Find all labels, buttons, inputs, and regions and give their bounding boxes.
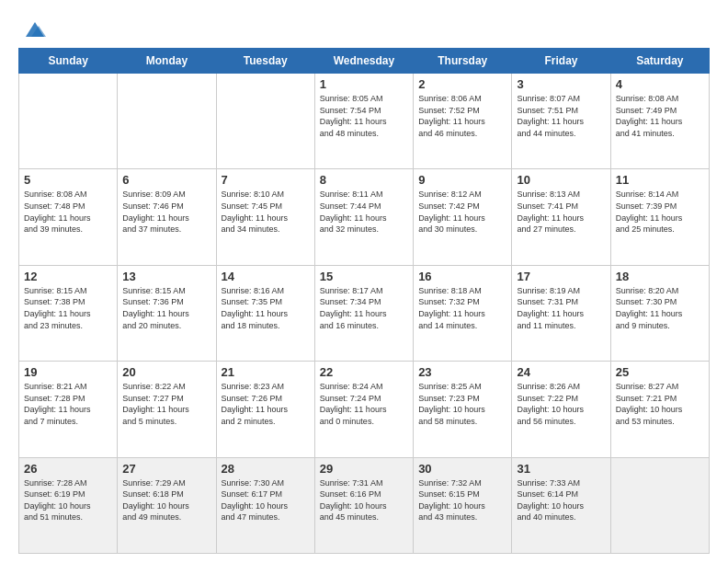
- calendar-cell: 10Sunrise: 8:13 AM Sunset: 7:41 PM Dayli…: [512, 169, 610, 265]
- day-info: Sunrise: 8:12 AM Sunset: 7:42 PM Dayligh…: [418, 189, 506, 235]
- day-number: 3: [517, 77, 605, 91]
- day-number: 18: [616, 270, 704, 283]
- calendar-cell: 4Sunrise: 8:08 AM Sunset: 7:49 PM Daylig…: [610, 74, 709, 169]
- day-info: Sunrise: 8:21 AM Sunset: 7:28 PM Dayligh…: [24, 381, 112, 427]
- day-info: Sunrise: 8:07 AM Sunset: 7:51 PM Dayligh…: [517, 93, 605, 139]
- calendar-cell: 9Sunrise: 8:12 AM Sunset: 7:42 PM Daylig…: [414, 169, 512, 265]
- day-number: 29: [320, 462, 408, 476]
- day-info: Sunrise: 8:13 AM Sunset: 7:41 PM Dayligh…: [517, 189, 605, 235]
- calendar-cell: [19, 74, 118, 169]
- calendar-cell: 3Sunrise: 8:07 AM Sunset: 7:51 PM Daylig…: [512, 74, 610, 169]
- calendar-cell: 6Sunrise: 8:09 AM Sunset: 7:46 PM Daylig…: [118, 169, 216, 265]
- calendar-cell: 7Sunrise: 8:10 AM Sunset: 7:45 PM Daylig…: [216, 169, 314, 265]
- day-info: Sunrise: 8:06 AM Sunset: 7:52 PM Dayligh…: [418, 93, 506, 139]
- day-info: Sunrise: 8:26 AM Sunset: 7:22 PM Dayligh…: [517, 381, 605, 427]
- day-info: Sunrise: 8:25 AM Sunset: 7:23 PM Dayligh…: [418, 381, 506, 427]
- calendar-cell: 23Sunrise: 8:25 AM Sunset: 7:23 PM Dayli…: [414, 362, 512, 457]
- calendar-cell: [610, 457, 709, 553]
- page: SundayMondayTuesdayWednesdayThursdayFrid…: [0, 0, 728, 563]
- day-info: Sunrise: 8:27 AM Sunset: 7:21 PM Dayligh…: [616, 381, 704, 427]
- weekday-header-friday: Friday: [512, 49, 610, 74]
- calendar-cell: 22Sunrise: 8:24 AM Sunset: 7:24 PM Dayli…: [314, 362, 413, 457]
- calendar-cell: 21Sunrise: 8:23 AM Sunset: 7:26 PM Dayli…: [216, 362, 314, 457]
- day-number: 12: [24, 270, 112, 283]
- calendar-cell: 8Sunrise: 8:11 AM Sunset: 7:44 PM Daylig…: [314, 169, 413, 265]
- day-number: 28: [222, 462, 310, 476]
- calendar-cell: [216, 74, 314, 169]
- day-number: 13: [122, 270, 210, 283]
- calendar-cell: 16Sunrise: 8:18 AM Sunset: 7:32 PM Dayli…: [414, 265, 512, 361]
- day-info: Sunrise: 8:15 AM Sunset: 7:36 PM Dayligh…: [122, 285, 210, 331]
- day-number: 24: [517, 365, 605, 379]
- day-info: Sunrise: 8:23 AM Sunset: 7:26 PM Dayligh…: [222, 381, 310, 427]
- day-number: 7: [222, 173, 310, 187]
- day-info: Sunrise: 8:17 AM Sunset: 7:34 PM Dayligh…: [320, 285, 408, 331]
- day-number: 16: [418, 270, 506, 283]
- calendar-cell: 28Sunrise: 7:30 AM Sunset: 6:17 PM Dayli…: [216, 457, 314, 553]
- calendar-cell: 5Sunrise: 8:08 AM Sunset: 7:48 PM Daylig…: [19, 169, 118, 265]
- day-number: 17: [517, 270, 605, 283]
- calendar-cell: 24Sunrise: 8:26 AM Sunset: 7:22 PM Dayli…: [512, 362, 610, 457]
- calendar-cell: 12Sunrise: 8:15 AM Sunset: 7:38 PM Dayli…: [19, 265, 118, 361]
- calendar-cell: 20Sunrise: 8:22 AM Sunset: 7:27 PM Dayli…: [118, 362, 216, 457]
- calendar-cell: 11Sunrise: 8:14 AM Sunset: 7:39 PM Dayli…: [610, 169, 709, 265]
- day-number: 5: [24, 173, 112, 187]
- day-info: Sunrise: 8:24 AM Sunset: 7:24 PM Dayligh…: [320, 381, 408, 427]
- day-number: 11: [616, 173, 704, 187]
- day-info: Sunrise: 8:14 AM Sunset: 7:39 PM Dayligh…: [616, 189, 704, 235]
- day-number: 2: [418, 77, 506, 91]
- day-info: Sunrise: 8:15 AM Sunset: 7:38 PM Dayligh…: [24, 285, 112, 331]
- day-info: Sunrise: 8:22 AM Sunset: 7:27 PM Dayligh…: [122, 381, 210, 427]
- day-number: 26: [24, 462, 112, 476]
- day-info: Sunrise: 7:29 AM Sunset: 6:18 PM Dayligh…: [122, 477, 210, 523]
- day-number: 1: [320, 77, 408, 91]
- calendar-cell: 14Sunrise: 8:16 AM Sunset: 7:35 PM Dayli…: [216, 265, 314, 361]
- day-info: Sunrise: 8:10 AM Sunset: 7:45 PM Dayligh…: [222, 189, 310, 235]
- day-number: 10: [517, 173, 605, 187]
- day-number: 23: [418, 365, 506, 379]
- day-info: Sunrise: 8:08 AM Sunset: 7:48 PM Dayligh…: [24, 189, 112, 235]
- day-number: 22: [320, 365, 408, 379]
- day-number: 20: [122, 365, 210, 379]
- calendar-cell: 19Sunrise: 8:21 AM Sunset: 7:28 PM Dayli…: [19, 362, 118, 457]
- calendar: SundayMondayTuesdayWednesdayThursdayFrid…: [18, 48, 710, 554]
- logo-icon: [22, 17, 48, 42]
- day-info: Sunrise: 8:20 AM Sunset: 7:30 PM Dayligh…: [616, 285, 704, 331]
- day-number: 25: [616, 365, 704, 379]
- calendar-cell: 18Sunrise: 8:20 AM Sunset: 7:30 PM Dayli…: [610, 265, 709, 361]
- calendar-cell: 29Sunrise: 7:31 AM Sunset: 6:16 PM Dayli…: [314, 457, 413, 553]
- weekday-header-sunday: Sunday: [19, 49, 118, 74]
- calendar-cell: 17Sunrise: 8:19 AM Sunset: 7:31 PM Dayli…: [512, 265, 610, 361]
- weekday-header-tuesday: Tuesday: [216, 49, 314, 74]
- calendar-cell: 2Sunrise: 8:06 AM Sunset: 7:52 PM Daylig…: [414, 74, 512, 169]
- calendar-cell: 1Sunrise: 8:05 AM Sunset: 7:54 PM Daylig…: [314, 74, 413, 169]
- day-info: Sunrise: 8:09 AM Sunset: 7:46 PM Dayligh…: [122, 189, 210, 235]
- day-number: 14: [222, 270, 310, 283]
- calendar-cell: 25Sunrise: 8:27 AM Sunset: 7:21 PM Dayli…: [610, 362, 709, 457]
- day-info: Sunrise: 7:33 AM Sunset: 6:14 PM Dayligh…: [517, 477, 605, 523]
- weekday-header-monday: Monday: [118, 49, 216, 74]
- day-info: Sunrise: 8:19 AM Sunset: 7:31 PM Dayligh…: [517, 285, 605, 331]
- day-number: 4: [616, 77, 704, 91]
- calendar-cell: 26Sunrise: 7:28 AM Sunset: 6:19 PM Dayli…: [19, 457, 118, 553]
- day-number: 27: [122, 462, 210, 476]
- calendar-cell: 13Sunrise: 8:15 AM Sunset: 7:36 PM Dayli…: [118, 265, 216, 361]
- weekday-header-thursday: Thursday: [414, 49, 512, 74]
- weekday-header-saturday: Saturday: [610, 49, 709, 74]
- day-number: 9: [418, 173, 506, 187]
- calendar-cell: 31Sunrise: 7:33 AM Sunset: 6:14 PM Dayli…: [512, 457, 610, 553]
- day-info: Sunrise: 7:31 AM Sunset: 6:16 PM Dayligh…: [320, 477, 408, 523]
- calendar-cell: 15Sunrise: 8:17 AM Sunset: 7:34 PM Dayli…: [314, 265, 413, 361]
- day-number: 8: [320, 173, 408, 187]
- day-info: Sunrise: 8:16 AM Sunset: 7:35 PM Dayligh…: [222, 285, 310, 331]
- day-number: 6: [122, 173, 210, 187]
- day-number: 15: [320, 270, 408, 283]
- day-info: Sunrise: 8:08 AM Sunset: 7:49 PM Dayligh…: [616, 93, 704, 139]
- header: [18, 17, 710, 39]
- calendar-cell: 27Sunrise: 7:29 AM Sunset: 6:18 PM Dayli…: [118, 457, 216, 553]
- day-info: Sunrise: 8:18 AM Sunset: 7:32 PM Dayligh…: [418, 285, 506, 331]
- calendar-cell: 30Sunrise: 7:32 AM Sunset: 6:15 PM Dayli…: [414, 457, 512, 553]
- calendar-cell: [118, 74, 216, 169]
- weekday-header-wednesday: Wednesday: [314, 49, 413, 74]
- logo: [18, 17, 48, 39]
